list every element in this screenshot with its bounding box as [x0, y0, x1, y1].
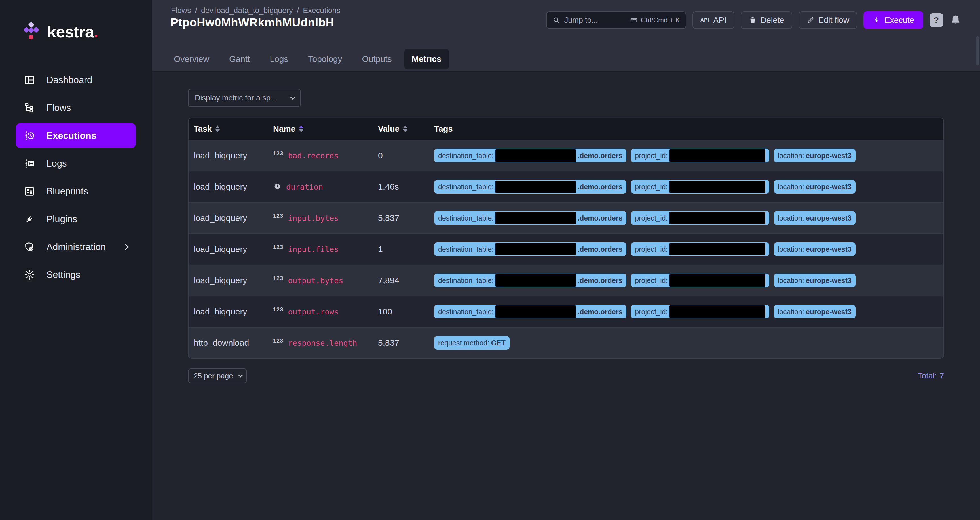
- logo-text: kestra.: [47, 22, 98, 41]
- notifications-button[interactable]: [950, 14, 962, 26]
- sidebar-item-flows[interactable]: Flows: [16, 96, 136, 120]
- sidebar-item-dashboard[interactable]: Dashboard: [16, 67, 136, 93]
- redaction-box: [670, 180, 765, 193]
- help-button[interactable]: ?: [929, 13, 943, 27]
- search-input[interactable]: Jump to... Ctrl/Cmd + K: [546, 11, 686, 29]
- metric-name: output.rows: [288, 308, 339, 316]
- numeric-metric-icon: 123: [273, 244, 283, 250]
- redaction-box: [495, 305, 576, 318]
- numeric-metric-icon: 123: [273, 306, 283, 313]
- tab-topology[interactable]: Topology: [301, 49, 349, 69]
- redaction-box: [495, 149, 576, 162]
- per-page-select[interactable]: 25 per page: [188, 368, 247, 383]
- sidebar-item-executions[interactable]: Executions: [16, 123, 136, 148]
- plugins-icon: [24, 214, 35, 225]
- metric-value: 100: [378, 307, 392, 316]
- table-row: load_biqquery 123 input.bytes 5,837 dest…: [189, 202, 943, 233]
- tag-project-id: project_id:: [631, 274, 769, 287]
- tag-destination-table: destination_table:.demo.orders: [434, 305, 627, 319]
- tag-location: location:europe-west3: [774, 211, 856, 225]
- task-id: load_biqquery: [194, 244, 247, 254]
- breadcrumb-executions[interactable]: Executions: [303, 6, 340, 15]
- metric-value: 0: [378, 151, 383, 160]
- redaction-box: [495, 243, 576, 255]
- breadcrumb-flows[interactable]: Flows: [171, 6, 191, 15]
- tag-location: location:europe-west3: [774, 274, 856, 287]
- executions-icon: [24, 130, 35, 141]
- tab-metrics[interactable]: Metrics: [404, 49, 449, 69]
- metric-value: 7,894: [378, 276, 399, 285]
- execute-button[interactable]: Execute: [864, 11, 923, 29]
- column-header-tags: Tags: [429, 118, 943, 140]
- sidebar-item-administration[interactable]: Administration: [16, 234, 136, 260]
- blueprints-icon: [24, 186, 35, 197]
- tab-outputs[interactable]: Outputs: [355, 49, 399, 69]
- kestra-logo[interactable]: kestra.: [0, 0, 152, 42]
- chevron-down-icon: [290, 94, 296, 100]
- breadcrumb-separator: /: [297, 6, 299, 15]
- tab-gantt[interactable]: Gantt: [222, 49, 257, 69]
- sort-icon-asc: [299, 126, 304, 132]
- page-title: PtpoHw0MhWRkmhMUdnlbH: [170, 16, 334, 29]
- table-row: load_biqquery 123 output.rows 100 destin…: [189, 296, 943, 327]
- task-id: http_download: [194, 338, 249, 348]
- topbar-controls: Jump to... Ctrl/Cmd + K API API: [546, 11, 962, 29]
- api-button[interactable]: API API: [692, 11, 735, 29]
- sidebar-item-label: Plugins: [46, 214, 77, 225]
- table-row: load_biqquery duration 1.46s destination…: [189, 171, 943, 202]
- sidebar-item-label: Logs: [46, 158, 67, 169]
- breadcrumb-separator: /: [195, 6, 197, 15]
- column-header-task[interactable]: Task: [189, 118, 268, 140]
- metrics-table: Task Name Value Tags: [188, 118, 944, 359]
- dashboard-icon: [24, 74, 35, 86]
- chevron-down-icon: [239, 373, 243, 377]
- table-row: http_download 123 response.length 5,837 …: [189, 327, 943, 358]
- metric-name: duration: [286, 182, 323, 191]
- scrollbar-thumb[interactable]: [976, 36, 980, 65]
- task-id: load_biqquery: [194, 307, 247, 316]
- redaction-box: [670, 212, 765, 224]
- edit-flow-button[interactable]: Edit flow: [799, 11, 858, 29]
- numeric-metric-icon: 123: [273, 212, 283, 219]
- metric-name: output.bytes: [288, 276, 343, 285]
- pencil-icon: [807, 16, 815, 24]
- sidebar-item-logs[interactable]: Logs: [16, 151, 136, 176]
- redaction-box: [495, 274, 576, 287]
- pagination: 25 per page Total:7: [188, 368, 944, 383]
- sidebar-item-plugins[interactable]: Plugins: [16, 207, 136, 231]
- sidebar: kestra. Dashboard Flows: [0, 0, 152, 520]
- breadcrumb-flow-id[interactable]: dev.load_data_to_bigquery: [201, 6, 293, 15]
- tab-logs[interactable]: Logs: [262, 49, 296, 69]
- redaction-box: [495, 180, 576, 193]
- tag-destination-table: destination_table:.demo.orders: [434, 274, 627, 287]
- redaction-box: [670, 243, 765, 255]
- tab-overview[interactable]: Overview: [167, 49, 216, 69]
- sidebar-item-blueprints[interactable]: Blueprints: [16, 179, 136, 204]
- metric-name: input.files: [288, 245, 339, 254]
- table-row: load_biqquery 123 output.bytes 7,894 des…: [189, 265, 943, 296]
- flows-icon: [24, 102, 35, 113]
- logs-icon: [24, 158, 35, 169]
- column-header-name[interactable]: Name: [268, 118, 373, 140]
- delete-button[interactable]: Delete: [741, 11, 792, 29]
- metric-value: 1.46s: [378, 182, 399, 191]
- scrollbar[interactable]: [975, 0, 980, 520]
- numeric-metric-icon: 123: [273, 275, 283, 282]
- table-row: load_biqquery 123 bad.records 0 destinat…: [189, 140, 943, 171]
- trash-icon: [749, 16, 757, 24]
- timer-metric-icon: [273, 182, 282, 191]
- sidebar-item-label: Blueprints: [46, 186, 88, 197]
- tabbar: Overview Gantt Logs Topology Outputs Met…: [152, 47, 980, 72]
- redaction-box: [670, 149, 765, 162]
- api-icon: API: [700, 17, 709, 23]
- tag-project-id: project_id:: [631, 305, 769, 319]
- table-header-row: Task Name Value Tags: [189, 118, 943, 140]
- tag-location: location:europe-west3: [774, 180, 856, 194]
- column-header-value[interactable]: Value: [373, 118, 429, 140]
- task-id: load_biqquery: [194, 182, 247, 191]
- metric-value: 1: [378, 244, 383, 254]
- sidebar-item-settings[interactable]: Settings: [16, 262, 136, 287]
- sidebar-item-label: Settings: [46, 270, 80, 280]
- tag-request-method: request.method:GET: [434, 336, 509, 350]
- metric-filter-select[interactable]: Display metric for a sp...: [188, 89, 301, 107]
